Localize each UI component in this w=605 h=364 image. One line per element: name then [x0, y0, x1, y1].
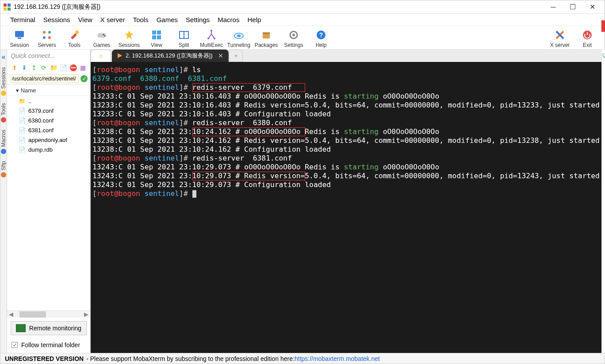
titlebar: 192.168.126.129 ([京淘服务器]) ─ ☐ ✕: [0, 0, 605, 14]
file-list-header[interactable]: ▾ Name: [7, 85, 90, 96]
menu-help[interactable]: Help: [244, 14, 264, 25]
tool-servers[interactable]: Servers: [33, 28, 61, 48]
file-icon: 📄: [19, 136, 26, 143]
cursor: [192, 190, 196, 198]
new-file-icon[interactable]: 📄: [59, 64, 67, 72]
columns-icon[interactable]: ▦: [79, 64, 87, 72]
refresh-icon[interactable]: ⟳: [40, 64, 48, 72]
sftp-toolbar: ⬆ ⬇ ↥ ⟳ 📁 📄 ⛔ ▦: [7, 62, 90, 73]
path-row: /usr/local/src/redis/sentinel/ ✓: [7, 73, 90, 84]
tool-sessions[interactable]: Sessions: [115, 28, 143, 48]
app-window: 192.168.126.129 ([京淘服务器]) ─ ☐ ✕ Terminal…: [0, 0, 605, 364]
upload-icon[interactable]: ⬆: [11, 64, 19, 72]
remote-monitoring-button[interactable]: Remote monitoring: [11, 321, 87, 335]
file-icon: 📄: [19, 146, 26, 153]
tab-close-icon[interactable]: ✕: [218, 52, 223, 59]
status-text: - Please support MobaXterm by subscribin…: [86, 355, 295, 362]
chevron-left-icon[interactable]: «: [2, 50, 6, 64]
svg-rect-2: [4, 8, 7, 11]
svg-point-22: [207, 38, 209, 39]
svg-point-21: [211, 30, 212, 31]
file-list: ▾ Name 📁.. 📄6379.conf 📄6380.conf 📄6381.c…: [7, 84, 90, 310]
tool-exit[interactable]: Exit: [574, 28, 601, 48]
svg-rect-16: [157, 31, 161, 34]
vtab-macros[interactable]: Macros: [0, 126, 7, 157]
conf-file-icon: 📄: [19, 126, 26, 134]
sftp-panel: Quick connect... ⬆ ⬇ ↥ ⟳ 📁 📄 ⛔ ▦ /usr/lo…: [7, 50, 91, 353]
tools-icon: [69, 30, 80, 40]
conf-file-icon: 📄: [19, 117, 26, 124]
tool-tools[interactable]: Tools: [61, 28, 88, 48]
tool-xserver[interactable]: X server: [546, 28, 574, 48]
svg-point-9: [48, 36, 51, 39]
close-button[interactable]: ✕: [582, 1, 602, 13]
main-area: ⌂ ⯈ 2. 192.168.126.129 ([京淘服务器]) ✕ ＋ [ro…: [91, 50, 601, 353]
file-row[interactable]: 📄6381.conf: [7, 125, 90, 135]
tool-games[interactable]: Games: [88, 28, 115, 48]
package-icon: [261, 30, 272, 40]
new-tab-button[interactable]: ＋: [230, 50, 243, 62]
quick-connect-input[interactable]: Quick connect...: [7, 50, 90, 62]
tool-dot-icon: [1, 117, 6, 123]
menu-settings[interactable]: Settings: [182, 14, 213, 25]
tool-multiexec[interactable]: MultiExec: [198, 28, 225, 48]
tool-tunneling[interactable]: Tunneling: [225, 28, 253, 48]
follow-terminal-checkbox[interactable]: ✓Follow terminal folder: [11, 341, 86, 349]
tool-view[interactable]: View: [143, 28, 170, 48]
maximize-button[interactable]: ☐: [563, 1, 582, 13]
file-row-parent[interactable]: 📁..: [7, 96, 90, 106]
tunnel-icon: [234, 30, 244, 40]
delete-icon[interactable]: ⛔: [69, 64, 77, 72]
tool-session[interactable]: Session: [6, 28, 33, 48]
fork-icon: [206, 30, 217, 40]
menu-xserver[interactable]: X server: [97, 14, 129, 25]
vtab-tools[interactable]: Tools: [0, 100, 7, 126]
svg-rect-5: [18, 38, 21, 39]
home-icon: ⌂: [99, 53, 103, 59]
svg-point-10: [75, 31, 79, 34]
tab-bar: ⌂ ⯈ 2. 192.168.126.129 ([京淘服务器]) ✕ ＋: [91, 50, 601, 62]
tool-settings[interactable]: Settings: [280, 28, 307, 48]
path-input[interactable]: /usr/local/src/redis/sentinel/: [10, 74, 79, 83]
tool-help[interactable]: ?Help: [307, 28, 335, 48]
download-icon[interactable]: ⬇: [20, 64, 28, 72]
svg-point-6: [43, 31, 46, 34]
external-red-chip: [601, 20, 605, 32]
file-row[interactable]: 📄dump.rdb: [7, 145, 90, 154]
minimize-button[interactable]: ─: [544, 1, 563, 13]
menu-tools[interactable]: Tools: [130, 14, 152, 25]
checkbox-checked-icon: ✓: [11, 342, 18, 348]
terminal-tab-active[interactable]: ⯈ 2. 192.168.126.129 ([京淘服务器]) ✕: [112, 50, 229, 62]
menu-terminal[interactable]: Terminal: [7, 14, 39, 25]
conf-file-icon: 📄: [19, 107, 26, 114]
vtab-sessions[interactable]: Sessions: [0, 64, 7, 100]
monitor-green-icon: [16, 324, 26, 332]
terminal-tab-icon: ⯈: [117, 53, 123, 59]
home-tab[interactable]: ⌂: [91, 50, 111, 62]
svg-rect-1: [8, 4, 11, 7]
status-link[interactable]: https://mobaxterm.mobatek.net: [295, 355, 380, 362]
monitor-icon: [14, 30, 25, 40]
file-row[interactable]: 📄appendonly.aof: [7, 135, 90, 145]
file-row[interactable]: 📄6380.conf: [7, 115, 90, 125]
new-folder-icon[interactable]: 📁: [50, 64, 57, 72]
horizontal-scrollbar[interactable]: ◀▶: [7, 310, 90, 318]
file-row[interactable]: 📄6379.conf: [7, 106, 90, 115]
svg-point-7: [48, 31, 51, 34]
menu-macros[interactable]: Macros: [214, 14, 243, 25]
menu-sessions[interactable]: Sessions: [40, 14, 74, 25]
terminal[interactable]: [root@bogon sentinel]# ls 6379.conf 6380…: [91, 62, 601, 353]
menu-view[interactable]: View: [75, 14, 96, 25]
refresh-up-icon[interactable]: ↥: [30, 64, 38, 72]
svg-point-8: [43, 36, 46, 39]
paperclip-icon[interactable]: 📎: [602, 53, 605, 61]
power-icon: [582, 30, 593, 40]
tool-packages[interactable]: Packages: [253, 28, 280, 48]
svg-rect-17: [152, 35, 156, 39]
tool-split[interactable]: Split: [170, 28, 198, 48]
menu-games[interactable]: Games: [153, 14, 181, 25]
vtab-sftp[interactable]: Sftp: [0, 157, 7, 181]
toolbar: Session Servers Tools Games Sessions Vie…: [0, 26, 605, 50]
svg-text:?: ?: [319, 31, 323, 38]
right-gutter: 📎: [601, 50, 605, 353]
